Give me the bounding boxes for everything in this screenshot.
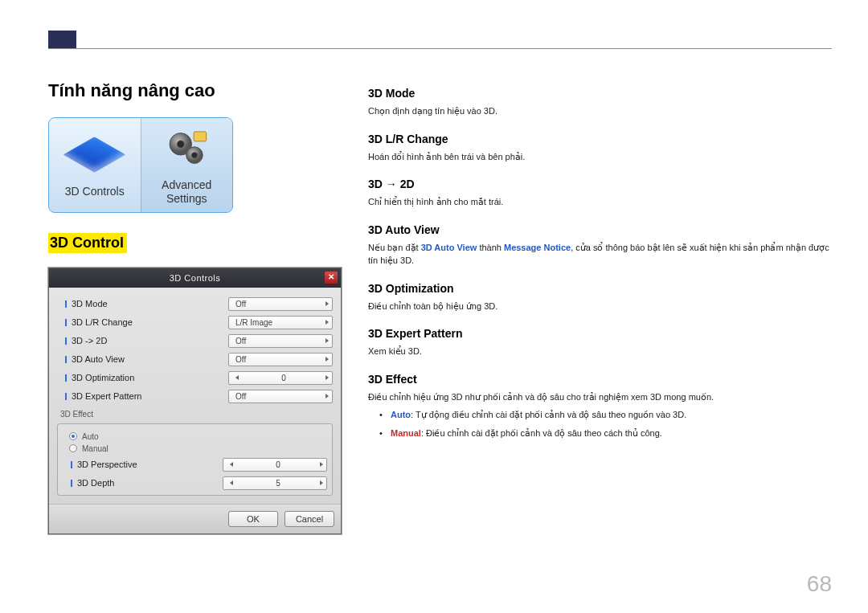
row-marker-icon bbox=[65, 337, 67, 345]
main-content: Tính năng nâng cao 3D Controls bbox=[48, 80, 832, 534]
def-body: Xem kiểu 3D. bbox=[368, 345, 832, 358]
dialog-buttons: OK Cancel bbox=[49, 504, 341, 533]
tile-3d-label: 3D Controls bbox=[65, 185, 125, 198]
chevron-right-icon bbox=[326, 338, 329, 343]
radio-manual-row[interactable]: Manual bbox=[63, 443, 327, 455]
ok-button[interactable]: OK bbox=[228, 511, 278, 527]
dropdown-3d-2d[interactable]: Off bbox=[228, 334, 333, 348]
opt-label: 3D L/R Change bbox=[72, 317, 228, 327]
dialog-close-button[interactable]: ✕ bbox=[325, 272, 338, 284]
dropdown-lr-change[interactable]: L/R Image bbox=[228, 316, 333, 329]
header-accent bbox=[48, 31, 76, 48]
tile-3d-controls[interactable]: 3D Controls bbox=[49, 118, 141, 212]
radio-label: Manual bbox=[82, 444, 108, 453]
def-body: Chỉ hiển thị hình ảnh cho mắt trái. bbox=[368, 195, 832, 209]
chevron-right-icon bbox=[326, 394, 329, 398]
row-perspective: 3D Perspective 0 bbox=[63, 458, 327, 472]
opt-label: 3D -> 2D bbox=[72, 336, 228, 345]
right-column: 3D Mode Chọn định dạng tín hiệu vào 3D. … bbox=[368, 80, 832, 534]
opt-value: 5 bbox=[236, 479, 320, 488]
page-number: 68 bbox=[807, 571, 832, 597]
effect-group-label: 3D Effect bbox=[60, 410, 333, 419]
dropdown-auto-view[interactable]: Off bbox=[228, 353, 333, 366]
row-optimization: 3D Optimization 0 bbox=[57, 371, 333, 385]
opt-value: Off bbox=[235, 355, 246, 364]
row-marker-icon bbox=[65, 319, 67, 326]
left-column: Tính năng nâng cao 3D Controls bbox=[48, 80, 344, 534]
def-title-3d-mode: 3D Mode bbox=[368, 87, 832, 100]
chevron-right-icon bbox=[326, 301, 329, 306]
def-title-lr-change: 3D L/R Change bbox=[368, 133, 832, 145]
gear-icon bbox=[165, 126, 209, 170]
chevron-right-icon bbox=[326, 375, 329, 380]
spinner-depth[interactable]: 5 bbox=[223, 476, 327, 490]
def-title-auto-view: 3D Auto View bbox=[368, 223, 832, 236]
dialog-title-bar: 3D Controls ✕ bbox=[49, 268, 341, 288]
row-depth: 3D Depth 5 bbox=[63, 476, 327, 490]
row-auto-view: 3D Auto View Off bbox=[57, 353, 333, 366]
spinner-perspective[interactable]: 0 bbox=[223, 458, 327, 472]
row-marker-icon bbox=[65, 300, 67, 308]
def-title-optimization: 3D Optimization bbox=[368, 282, 832, 295]
tile-adv-label: Advanced Settings bbox=[162, 178, 211, 206]
chevron-left-icon bbox=[235, 375, 239, 380]
opt-value: L/R Image bbox=[235, 318, 272, 327]
radio-icon bbox=[69, 432, 77, 440]
chevron-left-icon bbox=[230, 480, 233, 485]
radio-auto-row[interactable]: Auto bbox=[63, 431, 327, 443]
tile-advanced-settings[interactable]: Advanced Settings bbox=[141, 118, 233, 212]
section-title: Tính năng nâng cao bbox=[48, 80, 344, 101]
row-3d-mode: 3D Mode Off bbox=[57, 297, 333, 311]
opt-label: 3D Depth bbox=[77, 478, 223, 488]
def-body-effect: Điều chỉnh hiệu ứng 3D như phối cảnh và … bbox=[368, 390, 832, 440]
opt-value: 0 bbox=[242, 374, 326, 382]
chevron-right-icon bbox=[326, 320, 329, 325]
opt-label: 3D Perspective bbox=[77, 460, 223, 469]
opt-value: 0 bbox=[236, 460, 320, 469]
def-title-expert: 3D Expert Pattern bbox=[368, 327, 832, 340]
icon-card: 3D Controls Advanced Settings bbox=[48, 117, 233, 213]
header-rule bbox=[48, 48, 832, 49]
dialog-title-text: 3D Controls bbox=[170, 273, 221, 283]
sub-section-title: 3D Control bbox=[48, 233, 127, 253]
def-body-auto-view: Nếu bạn đặt 3D Auto View thành Message N… bbox=[368, 241, 832, 268]
chevron-right-icon bbox=[326, 357, 329, 362]
radio-icon bbox=[69, 444, 77, 452]
svg-rect-4 bbox=[194, 132, 206, 141]
effect-bullets: Auto: Tự động điều chỉnh cài đặt phối cả… bbox=[368, 408, 832, 439]
def-title-3d-2d: 3D → 2D bbox=[368, 178, 832, 190]
cancel-button[interactable]: Cancel bbox=[285, 511, 334, 527]
list-item: Auto: Tự động điều chỉnh cài đặt phối cả… bbox=[368, 408, 832, 422]
def-body: Điều chỉnh toàn bộ hiệu ứng 3D. bbox=[368, 300, 832, 313]
row-marker-icon bbox=[65, 393, 67, 400]
opt-value: Off bbox=[235, 300, 246, 309]
dialog-body: 3D Mode Off 3D L/R Change L/R Image bbox=[49, 288, 341, 504]
dropdown-expert[interactable]: Off bbox=[228, 390, 333, 403]
svg-point-3 bbox=[191, 153, 197, 158]
opt-label: 3D Expert Pattern bbox=[72, 391, 228, 401]
row-3d-2d: 3D -> 2D Off bbox=[57, 334, 333, 348]
row-marker-icon bbox=[65, 374, 67, 382]
list-item: Manual: Điều chỉnh cài đặt phối cảnh và … bbox=[368, 427, 832, 440]
chevron-right-icon bbox=[320, 480, 323, 485]
row-lr-change: 3D L/R Change L/R Image bbox=[57, 316, 333, 329]
opt-label: 3D Auto View bbox=[72, 354, 228, 364]
def-body: Hoán đổi hình ảnh bên trái và bên phải. bbox=[368, 150, 832, 164]
opt-label: 3D Optimization bbox=[72, 373, 228, 382]
row-marker-icon bbox=[65, 356, 67, 363]
chevron-left-icon bbox=[230, 462, 233, 467]
row-marker-icon bbox=[71, 461, 72, 468]
dropdown-3d-mode[interactable]: Off bbox=[228, 297, 333, 311]
spinner-optimization[interactable]: 0 bbox=[228, 371, 333, 385]
row-marker-icon bbox=[71, 480, 72, 487]
radio-label: Auto bbox=[82, 432, 99, 441]
close-icon: ✕ bbox=[328, 268, 335, 287]
svg-point-1 bbox=[177, 141, 184, 148]
def-title-effect: 3D Effect bbox=[368, 373, 832, 386]
opt-label: 3D Mode bbox=[72, 299, 228, 309]
def-body: Chọn định dạng tín hiệu vào 3D. bbox=[368, 104, 832, 118]
cube-3d-icon bbox=[63, 137, 126, 174]
effect-group: Auto Manual 3D Perspective 0 bbox=[57, 423, 333, 496]
row-expert-pattern: 3D Expert Pattern Off bbox=[57, 390, 333, 403]
chevron-right-icon bbox=[320, 462, 323, 467]
